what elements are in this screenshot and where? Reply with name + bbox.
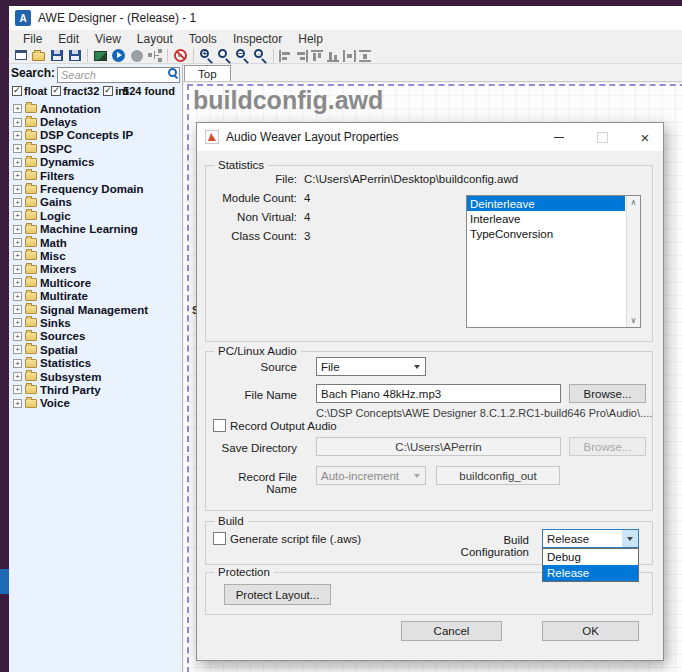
tree-item[interactable]: Filters [9, 169, 182, 182]
tree-item[interactable]: Annotation [9, 102, 182, 115]
expand-icon[interactable] [13, 305, 22, 314]
zoom-fit-icon[interactable] [253, 48, 268, 63]
source-select[interactable]: File [316, 357, 426, 376]
tree-item[interactable]: Third Party [9, 383, 182, 396]
class-list-item[interactable]: TypeConversion [467, 226, 625, 241]
checkbox-icon[interactable] [103, 86, 113, 96]
ok-button[interactable]: OK [542, 621, 639, 641]
expand-icon[interactable] [13, 225, 22, 234]
minimize-icon[interactable] [541, 123, 577, 151]
menu-item[interactable]: Edit [50, 32, 87, 46]
expand-icon[interactable] [13, 211, 22, 220]
menu-item[interactable]: Inspector [225, 32, 290, 46]
hierarchy-icon[interactable] [147, 48, 162, 63]
dropdown-option[interactable]: Debug [543, 549, 638, 565]
zoom-out-icon[interactable] [235, 48, 250, 63]
browse-button[interactable]: Browse... [569, 384, 646, 403]
expand-icon[interactable] [13, 278, 22, 287]
tree-item[interactable]: Logic [9, 209, 182, 222]
expand-icon[interactable] [13, 292, 22, 301]
tree-item[interactable]: Multirate [9, 289, 182, 302]
tree-item[interactable]: Sinks [9, 316, 182, 329]
zoom-in-icon[interactable] [199, 48, 214, 63]
close-icon[interactable] [627, 123, 663, 151]
scroll-up-icon[interactable] [627, 198, 640, 207]
record-output-checkbox[interactable]: Record Output Audio [213, 419, 337, 432]
tree-item[interactable]: Dynamics [9, 156, 182, 169]
expand-icon[interactable] [13, 399, 22, 408]
tree-item[interactable]: Misc [9, 249, 182, 262]
class-list[interactable]: Deinterleave Interleave TypeConversion [466, 195, 641, 328]
tree-item[interactable]: Voice [9, 397, 182, 410]
expand-icon[interactable] [13, 332, 22, 341]
menu-item[interactable]: Tools [181, 32, 225, 46]
search-input[interactable] [57, 67, 180, 83]
expand-icon[interactable] [13, 131, 22, 140]
save-icon[interactable] [49, 48, 64, 63]
expand-icon[interactable] [13, 345, 22, 354]
generate-script-checkbox[interactable]: Generate script file (.aws) [213, 532, 361, 545]
align-top-icon[interactable] [311, 50, 324, 62]
open-icon[interactable] [31, 48, 46, 63]
menu-item[interactable]: File [15, 32, 50, 46]
zoom-selection-icon[interactable] [217, 48, 232, 63]
expand-icon[interactable] [13, 318, 22, 327]
align-bottom-icon[interactable] [327, 50, 340, 62]
tree-item[interactable]: Delays [9, 115, 182, 128]
tree-item[interactable]: Sources [9, 330, 182, 343]
expand-icon[interactable] [13, 144, 22, 153]
file-name-input[interactable]: Bach Piano 48kHz.mp3 [316, 384, 561, 403]
expand-icon[interactable] [13, 359, 22, 368]
menu-item[interactable]: Layout [129, 32, 181, 46]
class-list-item[interactable]: Deinterleave [467, 196, 625, 211]
new-icon[interactable] [13, 48, 28, 63]
checkbox-icon[interactable] [12, 86, 22, 96]
play-icon[interactable] [111, 48, 126, 63]
tree-item[interactable]: DSP Concepts IP [9, 129, 182, 142]
expand-icon[interactable] [13, 185, 22, 194]
type-filter-checkbox[interactable]: float [12, 85, 47, 97]
expand-icon[interactable] [13, 104, 22, 113]
menu-item[interactable]: Help [290, 32, 331, 46]
align-right-icon[interactable] [295, 50, 308, 62]
tab-top[interactable]: Top [184, 65, 231, 81]
stop-icon[interactable] [129, 48, 144, 63]
tree-item[interactable]: Spatial [9, 343, 182, 356]
expand-icon[interactable] [13, 265, 22, 274]
menu-item[interactable]: View [87, 32, 129, 46]
tree-item[interactable]: DSPC [9, 142, 182, 155]
tree-item[interactable]: Gains [9, 196, 182, 209]
protect-layout-button[interactable]: Protect Layout... [224, 584, 331, 605]
save-as-icon[interactable] [67, 48, 82, 63]
tree-item[interactable]: Mixers [9, 263, 182, 276]
checkbox-icon[interactable] [51, 86, 61, 96]
class-list-item[interactable]: Interleave [467, 211, 625, 226]
expand-icon[interactable] [13, 198, 22, 207]
expand-icon[interactable] [13, 238, 22, 247]
expand-icon[interactable] [13, 251, 22, 260]
tree-item[interactable]: Machine Learning [9, 223, 182, 236]
tree-item[interactable]: Statistics [9, 356, 182, 369]
distribute-horizontal-icon[interactable] [343, 50, 356, 62]
distribute-vertical-icon[interactable] [359, 50, 372, 62]
tree-item[interactable]: Signal Management [9, 303, 182, 316]
expand-icon[interactable] [13, 118, 22, 127]
build-configuration-select[interactable]: Release [542, 529, 639, 548]
chevron-down-icon[interactable] [622, 530, 638, 547]
search-icon[interactable] [168, 68, 178, 78]
scrollbar[interactable] [626, 196, 640, 327]
tree-item[interactable]: Frequency Domain [9, 182, 182, 195]
no-connect-icon[interactable] [173, 48, 188, 63]
cancel-button[interactable]: Cancel [401, 621, 502, 641]
target-icon[interactable] [93, 48, 108, 63]
align-left-icon[interactable] [279, 50, 292, 62]
expand-icon[interactable] [13, 372, 22, 381]
dropdown-option[interactable]: Release [543, 565, 638, 581]
record-file-name-field[interactable]: buildconfig_out [436, 466, 560, 485]
checkbox-icon[interactable] [213, 419, 226, 432]
expand-icon[interactable] [13, 385, 22, 394]
tree-item[interactable]: Math [9, 236, 182, 249]
scroll-down-icon[interactable] [627, 316, 640, 325]
tree-item[interactable]: Multicore [9, 276, 182, 289]
type-filter-checkbox[interactable]: fract32 [51, 85, 99, 97]
